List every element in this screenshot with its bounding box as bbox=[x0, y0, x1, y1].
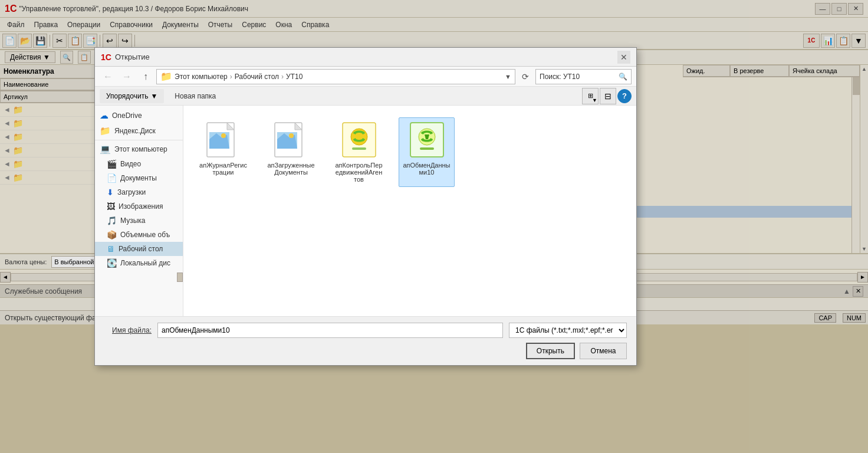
tree-item-label: Изображения bbox=[119, 202, 163, 211]
file-name-1: апЖурналРегистрации bbox=[199, 162, 247, 176]
file-name-3: апКонтрольПередвиженийАгентов bbox=[335, 162, 383, 183]
file-item-1[interactable]: апЖурналРегистрации bbox=[195, 117, 251, 187]
tree-item-label: OneDrive bbox=[112, 111, 142, 120]
search-icon[interactable]: 🔍 bbox=[619, 73, 627, 81]
view-dropdown-arrow[interactable]: ▼ bbox=[592, 97, 597, 103]
tree-item-label: Видео bbox=[120, 160, 141, 168]
tree-item-desktop[interactable]: 🖥 Рабочий стол bbox=[95, 242, 183, 256]
dialog-content: ☁ OneDrive 📁 Яндекс.Диск 💻 Этот компьюте… bbox=[95, 106, 636, 316]
music-icon: 🎵 bbox=[107, 216, 117, 225]
computer-icon: 💻 bbox=[100, 144, 111, 155]
path-part2[interactable]: Рабочий стол bbox=[235, 73, 279, 81]
nav-up-button[interactable]: ↑ bbox=[137, 70, 154, 84]
tree-item-downloads[interactable]: ⬇ Загрузки bbox=[95, 185, 183, 199]
1c-yellow-icon bbox=[340, 122, 378, 162]
path-part3[interactable]: УТ10 bbox=[286, 73, 303, 81]
downloads-icon: ⬇ bbox=[107, 188, 114, 197]
filename-label: Имя файла: bbox=[104, 326, 152, 334]
file-grid: апЖурналРегистрации апЗагруженные Докум bbox=[183, 106, 636, 316]
new-folder-button[interactable]: Новая папка bbox=[169, 90, 222, 103]
video-icon: 🎬 bbox=[107, 159, 117, 169]
view-large-icons[interactable]: ⊞ ▼ bbox=[582, 88, 599, 104]
tree-item-images[interactable]: 🖼 Изображения bbox=[95, 199, 183, 214]
disk-icon: 💽 bbox=[107, 258, 117, 268]
tree-item-documents[interactable]: 📄 Документы bbox=[95, 171, 183, 185]
tree-item-label: Рабочий стол bbox=[119, 245, 163, 253]
tree-item-label: Локальный дис bbox=[120, 259, 170, 267]
svg-rect-15 bbox=[420, 147, 434, 150]
dialog-title-text: Открытие bbox=[115, 52, 617, 61]
desktop-icon: 🖥 bbox=[107, 244, 115, 254]
doc-icon-svg2 bbox=[272, 122, 310, 162]
organize-button[interactable]: Упорядочить ▼ bbox=[100, 89, 164, 103]
dialog-title-icon: 1С bbox=[101, 52, 111, 62]
tree-item-onedrive[interactable]: ☁ OneDrive bbox=[95, 108, 183, 123]
onedrive-icon: ☁ bbox=[100, 110, 108, 121]
doc-icon-svg bbox=[205, 122, 242, 162]
tree-item-label: Объемные объ bbox=[120, 231, 170, 239]
file-item-4[interactable]: апОбменДанными10 bbox=[399, 117, 455, 187]
refresh-button[interactable]: ⟳ bbox=[518, 69, 533, 84]
tree-item-label: Яндекс.Диск bbox=[114, 127, 156, 135]
filename-input[interactable] bbox=[157, 323, 503, 338]
nav-forward-button[interactable]: → bbox=[119, 70, 135, 84]
tree-item-label: Музыка bbox=[120, 216, 145, 225]
filename-row: Имя файла: 1С файлы (*.txt;*.mxl;*.epf;*… bbox=[104, 323, 627, 338]
filetype-select[interactable]: 1С файлы (*.txt;*.mxl;*.epf;*.erl bbox=[509, 323, 627, 338]
nav-back-button[interactable]: ← bbox=[100, 70, 116, 84]
search-box: 🔍 bbox=[535, 69, 632, 84]
organize-bar: Упорядочить ▼ Новая папка ⊞ ▼ ⊟ ? bbox=[95, 87, 636, 106]
path-bar: 📁 Этот компьютер › Рабочий стол › УТ10 ▼ bbox=[156, 69, 515, 84]
organize-label: Упорядочить bbox=[106, 92, 148, 100]
dialog-bottom: Имя файла: 1С файлы (*.txt;*.mxl;*.epf;*… bbox=[95, 316, 636, 365]
file-icon-4 bbox=[408, 122, 446, 159]
file-name-4: апОбменДанными10 bbox=[403, 162, 451, 176]
help-button[interactable]: ? bbox=[617, 89, 632, 103]
tree-scroll-indicator bbox=[95, 270, 183, 282]
buttons-row: Открыть Отмена bbox=[104, 343, 627, 359]
3d-icon: 📦 bbox=[107, 230, 117, 239]
file-tree: ☁ OneDrive 📁 Яндекс.Диск 💻 Этот компьюте… bbox=[95, 106, 183, 316]
path-part1[interactable]: Этот компьютер bbox=[175, 73, 228, 81]
tree-separator bbox=[95, 140, 183, 140]
tree-item-yandex[interactable]: 📁 Яндекс.Диск bbox=[95, 123, 183, 139]
path-folder-icon: 📁 bbox=[160, 71, 172, 82]
file-icon-3 bbox=[340, 122, 378, 159]
tree-item-video[interactable]: 🎬 Видео bbox=[95, 157, 183, 171]
1c-green-icon bbox=[408, 122, 446, 162]
file-item-3[interactable]: апКонтрольПередвиженийАгентов bbox=[331, 117, 387, 187]
view-split-button[interactable]: ⊟ bbox=[600, 88, 616, 104]
tree-item-localdisk[interactable]: 💽 Локальный дис bbox=[95, 256, 183, 270]
path-dropdown[interactable]: ▼ bbox=[505, 73, 511, 80]
path-sep2: › bbox=[281, 73, 284, 81]
tree-item-mycomputer[interactable]: 💻 Этот компьютер bbox=[95, 142, 183, 157]
tree-item-music[interactable]: 🎵 Музыка bbox=[95, 214, 183, 228]
dialog-close-button[interactable]: ✕ bbox=[617, 51, 630, 64]
images-icon: 🖼 bbox=[107, 202, 115, 211]
tree-item-label: Документы bbox=[120, 174, 157, 182]
file-open-dialog: 1С Открытие ✕ ← → ↑ 📁 Этот компьютер › Р… bbox=[94, 47, 637, 366]
tree-item-3d[interactable]: 📦 Объемные объ bbox=[95, 228, 183, 242]
documents-icon: 📄 bbox=[107, 173, 117, 183]
svg-rect-12 bbox=[352, 147, 366, 150]
file-icon-1 bbox=[205, 122, 242, 159]
svg-point-4 bbox=[221, 133, 226, 138]
yandex-icon: 📁 bbox=[100, 126, 111, 136]
open-button[interactable]: Открыть bbox=[526, 343, 575, 359]
path-sep1: › bbox=[230, 73, 232, 81]
file-name-2: апЗагруженные Документы bbox=[267, 162, 315, 176]
file-icon-2 bbox=[272, 122, 310, 159]
tree-item-label: Загрузки bbox=[117, 188, 146, 196]
svg-point-9 bbox=[289, 133, 294, 138]
organize-arrow: ▼ bbox=[150, 92, 157, 100]
search-input[interactable] bbox=[540, 73, 616, 81]
dialog-titlebar: 1С Открытие ✕ bbox=[95, 48, 636, 67]
tree-item-label: Этот компьютер bbox=[114, 145, 167, 153]
file-item-2[interactable]: апЗагруженные Документы bbox=[263, 117, 319, 187]
dialog-toolbar: ← → ↑ 📁 Этот компьютер › Рабочий стол › … bbox=[95, 67, 636, 87]
cancel-button[interactable]: Отмена bbox=[580, 343, 627, 359]
